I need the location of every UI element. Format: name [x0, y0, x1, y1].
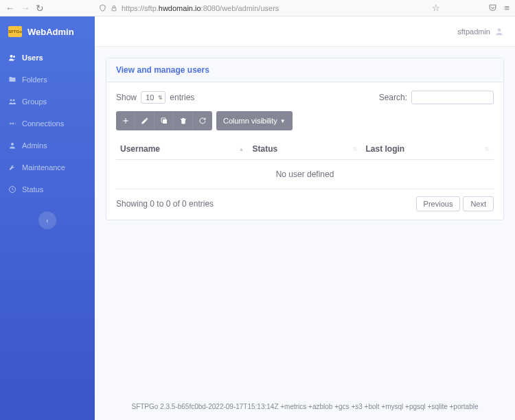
- table-info: Showing 0 to 0 of 0 entries: [116, 199, 214, 209]
- status-icon: [8, 185, 16, 194]
- svg-point-1: [10, 55, 13, 58]
- sidebar-label: Status: [22, 185, 43, 194]
- sidebar-item-folders[interactable]: Folders: [0, 69, 95, 91]
- svg-rect-0: [112, 8, 116, 10]
- sidebar-label: Groups: [22, 97, 47, 106]
- sort-icon: ⇅: [485, 146, 490, 152]
- col-status[interactable]: Status⇅: [249, 139, 362, 160]
- edit-button[interactable]: [135, 111, 154, 130]
- sidebar-label: Connections: [22, 119, 64, 128]
- connections-icon: [8, 119, 16, 128]
- svg-point-7: [498, 28, 501, 32]
- admin-icon: [8, 141, 16, 150]
- star-icon[interactable]: ☆: [432, 3, 440, 13]
- sidebar-item-admins[interactable]: Admins: [0, 135, 95, 156]
- svg-point-5: [11, 143, 14, 145]
- main: sftpadmin View and manage users Show 10: [95, 16, 515, 420]
- users-card: View and manage users Show 10 entries Se…: [106, 58, 504, 220]
- pencil-icon: [141, 117, 149, 125]
- empty-row: No user defined: [116, 160, 494, 189]
- footer-version: SFTPGo 2.3.5-b65fc0bd-2022-09-17T15:13:1…: [95, 397, 515, 420]
- brand-name: WebAdmin: [27, 27, 74, 37]
- brand[interactable]: SFTGo WebAdmin: [0, 16, 95, 47]
- sidebar-item-groups[interactable]: Groups: [0, 91, 95, 113]
- sidebar-item-connections[interactable]: Connections: [0, 113, 95, 135]
- column-visibility-button[interactable]: Column visibility ▼: [216, 111, 293, 130]
- card-title: View and manage users: [106, 58, 503, 82]
- search-input[interactable]: [411, 91, 494, 104]
- col-last-login[interactable]: Last login⇅: [362, 139, 494, 160]
- username: sftpadmin: [457, 27, 490, 36]
- menu-icon[interactable]: ≡: [504, 3, 510, 13]
- back-icon[interactable]: ←: [5, 3, 15, 14]
- svg-point-2: [13, 56, 15, 58]
- clone-button[interactable]: [154, 111, 174, 130]
- groups-icon: [8, 97, 16, 106]
- svg-point-4: [13, 100, 15, 102]
- copy-icon: [160, 117, 168, 125]
- wrench-icon: [8, 163, 16, 172]
- user-menu[interactable]: sftpadmin: [457, 27, 504, 36]
- sidebar-label: Maintenance: [22, 163, 65, 172]
- chevron-down-icon: ▼: [280, 118, 286, 124]
- sort-icon: ⇅: [353, 146, 358, 152]
- sidebar-item-maintenance[interactable]: Maintenance: [0, 156, 95, 178]
- trash-icon: [179, 117, 187, 125]
- users-table: Username▲ Status⇅ Last login⇅ No user de…: [116, 139, 494, 189]
- brand-logo-icon: SFTGo: [8, 26, 22, 37]
- col-vis-label: Column visibility: [223, 117, 277, 125]
- col-username[interactable]: Username▲: [116, 139, 249, 160]
- refresh-icon: [198, 117, 207, 125]
- sidebar-label: Folders: [22, 75, 47, 84]
- refresh-button[interactable]: [193, 111, 212, 130]
- reload-icon[interactable]: ↻: [36, 3, 44, 14]
- sort-icon: ▲: [239, 146, 244, 152]
- prev-button[interactable]: Previous: [416, 196, 461, 211]
- sidebar-label: Admins: [22, 141, 47, 150]
- url-text: https://sftp.hwdomain.io:8080/web/admin/…: [122, 4, 279, 12]
- avatar-icon: [494, 27, 504, 36]
- pocket-icon[interactable]: [488, 3, 497, 12]
- url-bar[interactable]: https://sftp.hwdomain.io:8080/web/admin/…: [51, 4, 425, 12]
- add-button[interactable]: [116, 111, 135, 130]
- show-label: Show: [116, 93, 137, 102]
- sidebar-item-users[interactable]: Users: [0, 47, 95, 69]
- users-icon: [8, 54, 16, 62]
- sidebar-item-status[interactable]: Status: [0, 178, 95, 200]
- shield-icon: [99, 4, 106, 12]
- sidebar-collapse-button[interactable]: ‹: [38, 211, 56, 229]
- next-button[interactable]: Next: [463, 196, 494, 211]
- plus-icon: [122, 117, 130, 125]
- browser-toolbar: ← → ↻ https://sftp.hwdomain.io:8080/web/…: [0, 0, 515, 16]
- folder-icon: [8, 75, 16, 84]
- entries-label: entries: [170, 93, 194, 102]
- lock-icon: [111, 5, 117, 12]
- forward-icon[interactable]: →: [21, 3, 30, 14]
- topbar: sftpadmin: [95, 16, 515, 47]
- search-label: Search:: [379, 93, 407, 102]
- sidebar: SFTGo WebAdmin Users Folders Groups Co: [0, 16, 95, 420]
- entries-select[interactable]: 10: [141, 91, 165, 104]
- svg-rect-8: [163, 119, 167, 124]
- svg-point-3: [10, 100, 12, 102]
- delete-button[interactable]: [174, 111, 193, 130]
- sidebar-label: Users: [22, 54, 43, 62]
